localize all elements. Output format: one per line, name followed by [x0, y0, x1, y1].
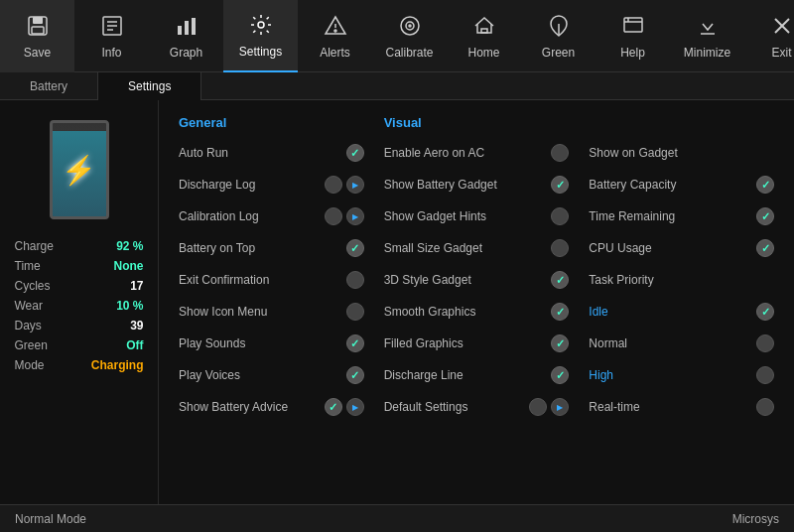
- smooth-toggle[interactable]: [551, 303, 569, 321]
- batteryontop-toggle[interactable]: [346, 239, 364, 257]
- smallgadget-toggle[interactable]: [551, 239, 569, 257]
- dischargelog-play[interactable]: [346, 176, 364, 194]
- dischargeline-toggle[interactable]: [551, 366, 569, 384]
- battery-bolt: ⚡: [62, 154, 96, 187]
- stat-cycles-label: Cycles: [15, 279, 51, 293]
- toolbar-minimize[interactable]: Minimize: [670, 0, 744, 72]
- realtime-toggle[interactable]: [756, 398, 774, 416]
- batterycap-toggle[interactable]: [756, 176, 774, 194]
- setting-dischargelog-label: Discharge Log: [179, 178, 325, 192]
- setting-cpuusage-controls: [756, 239, 774, 257]
- showadvice-play[interactable]: [346, 398, 364, 416]
- aeroon-toggle[interactable]: [551, 144, 569, 162]
- subheader: Battery Settings: [0, 72, 794, 100]
- settings-panel: General Auto Run Discharge Log Calibrati…: [159, 100, 794, 504]
- tab-battery[interactable]: Battery: [0, 72, 98, 100]
- general-column: General Auto Run Discharge Log Calibrati…: [179, 115, 364, 428]
- toolbar-help[interactable]: Help: [596, 0, 670, 72]
- save-icon: [26, 14, 50, 42]
- playvoices-toggle[interactable]: [346, 366, 364, 384]
- svg-point-10: [258, 22, 264, 28]
- svg-rect-1: [33, 17, 43, 24]
- exitconfirm-toggle[interactable]: [346, 271, 364, 289]
- tab-settings[interactable]: Settings: [98, 72, 201, 100]
- settings-icon: [249, 13, 273, 41]
- defaultsettings-toggle[interactable]: [529, 398, 547, 416]
- stat-time-value: None: [114, 259, 144, 273]
- calibrationlog-toggle[interactable]: [325, 207, 342, 225]
- stat-charge-label: Charge: [15, 239, 54, 253]
- svg-rect-9: [192, 18, 196, 35]
- timeremaining-toggle[interactable]: [756, 207, 774, 225]
- setting-showiconmenu: Show Icon Menu: [179, 301, 364, 323]
- setting-dischargelog-controls: [325, 176, 364, 194]
- toolbar-info[interactable]: Info: [74, 0, 149, 72]
- cpuusage-toggle[interactable]: [756, 239, 774, 257]
- setting-realtime: Real-time: [589, 396, 774, 418]
- toolbar-exit[interactable]: Exit: [744, 0, 794, 72]
- gadgethints-toggle[interactable]: [551, 207, 569, 225]
- stat-mode: Mode Charging: [15, 358, 144, 372]
- toolbar-green[interactable]: Green: [521, 0, 596, 72]
- stat-days: Days 39: [15, 319, 144, 332]
- dischargelog-toggle[interactable]: [325, 176, 342, 194]
- toolbar-calibrate[interactable]: Calibrate: [372, 0, 447, 72]
- defaultsettings-play[interactable]: [551, 398, 569, 416]
- toolbar-save[interactable]: Save: [0, 0, 74, 72]
- normal-toggle[interactable]: [756, 334, 774, 352]
- exit-icon: [770, 14, 794, 42]
- setting-filled: Filled Graphics: [384, 332, 570, 354]
- svg-rect-8: [185, 21, 189, 35]
- setting-3dstyle: 3D Style Gadget: [384, 269, 570, 291]
- setting-playvoices-label: Play Voices: [179, 368, 346, 382]
- setting-playsounds: Play Sounds: [179, 332, 364, 354]
- setting-timeremaining: Time Remaining: [589, 205, 774, 227]
- filled-toggle[interactable]: [551, 334, 569, 352]
- calibrate-icon: [398, 14, 422, 42]
- setting-idle-controls: [756, 303, 774, 321]
- setting-batteryontop-label: Battery on Top: [179, 241, 346, 255]
- setting-autorun: Auto Run: [179, 142, 364, 164]
- setting-high: High: [589, 364, 774, 386]
- setting-showgadget: Show Battery Gadget: [384, 174, 570, 196]
- high-toggle[interactable]: [756, 366, 774, 384]
- setting-gadgethints: Show Gadget Hints: [384, 205, 570, 227]
- showadvice-toggle[interactable]: [325, 398, 342, 416]
- save-label: Save: [24, 46, 51, 60]
- green-label: Green: [542, 46, 575, 60]
- stat-wear-value: 10 %: [116, 299, 143, 313]
- calibrationlog-play[interactable]: [346, 207, 364, 225]
- setting-smooth-controls: [551, 303, 569, 321]
- visual-column: Visual Enable Aero on AC Show Battery Ga…: [364, 115, 570, 428]
- toolbar-alerts[interactable]: Alerts: [298, 0, 372, 72]
- setting-smallgadget: Small Size Gadget: [384, 237, 570, 259]
- setting-gadgethints-label: Show Gadget Hints: [384, 209, 552, 223]
- exit-label: Exit: [771, 46, 791, 60]
- toolbar-settings[interactable]: Settings: [223, 0, 298, 72]
- setting-batterycap-controls: [756, 176, 774, 194]
- setting-normal: Normal: [589, 332, 774, 354]
- playsounds-toggle[interactable]: [346, 334, 364, 352]
- showiconmenu-toggle[interactable]: [346, 303, 364, 321]
- visual2-title: -: [589, 115, 774, 130]
- setting-gadgethints-controls: [551, 207, 569, 225]
- idle-toggle[interactable]: [756, 303, 774, 321]
- setting-aeroon-controls: [551, 144, 569, 162]
- showgadget-toggle[interactable]: [551, 176, 569, 194]
- setting-calibrationlog: Calibration Log: [179, 205, 364, 227]
- stat-green-label: Green: [15, 338, 48, 352]
- toolbar: Save Info Graph S: [0, 0, 794, 72]
- setting-high-label: High: [589, 368, 756, 382]
- setting-dischargeline-controls: [551, 366, 569, 384]
- setting-exitconfirm-label: Exit Confirmation: [179, 273, 346, 287]
- autorun-toggle[interactable]: [346, 144, 364, 162]
- setting-smallgadget-controls: [551, 239, 569, 257]
- setting-calibrationlog-controls: [325, 207, 364, 225]
- svg-rect-16: [481, 29, 487, 33]
- stat-wear: Wear 10 %: [15, 299, 144, 313]
- toolbar-home[interactable]: Home: [447, 0, 521, 72]
- setting-showongadget: Show on Gadget: [589, 142, 774, 164]
- toolbar-graph[interactable]: Graph: [149, 0, 223, 72]
- 3dstyle-toggle[interactable]: [551, 271, 569, 289]
- setting-autorun-controls: [346, 144, 364, 162]
